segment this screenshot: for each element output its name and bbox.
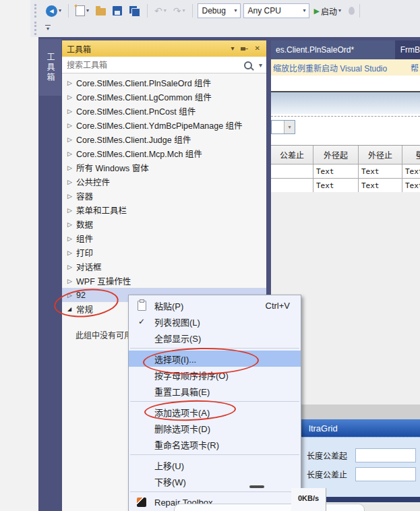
- start-debug-button[interactable]: ▶ 启动 ▾: [312, 4, 344, 18]
- toolbox-group[interactable]: ▷所有 Windows 窗体: [62, 160, 266, 175]
- chevron-down-icon[interactable]: ▾: [259, 62, 262, 69]
- field-row: 长度公差起: [307, 448, 416, 462]
- navigate-back-button[interactable]: ◀ ▾: [44, 4, 63, 18]
- start-label: 启动: [321, 5, 337, 17]
- expander-icon[interactable]: ▷: [67, 150, 76, 157]
- toolbox-group[interactable]: ▷Core.StlMes.Client.PlnSaleOrd 组件: [62, 76, 266, 90]
- length-tolerance-end-input[interactable]: [355, 467, 416, 481]
- menu-item-delete-tab[interactable]: 删除选项卡(D): [129, 420, 301, 436]
- panel-title: 工具箱: [62, 43, 231, 55]
- menu-item-move-down[interactable]: 下移(W): [129, 473, 301, 489]
- menu-item-paste[interactable]: 粘贴(P) Ctrl+V: [129, 297, 301, 313]
- toolbar-grip[interactable]: [34, 22, 39, 35]
- grid-row: Text Text Text: [271, 164, 420, 179]
- length-tolerance-start-input[interactable]: [355, 448, 416, 462]
- menu-shortcut: Ctrl+V: [266, 301, 301, 311]
- expander-icon[interactable]: ▷: [67, 136, 76, 143]
- expander-icon[interactable]: ▷: [67, 179, 76, 185]
- check-icon: ✓: [138, 317, 145, 326]
- grid-header-row: 公差止 外径起 外径止 壁厚: [271, 146, 420, 164]
- expander-icon[interactable]: ▷: [67, 193, 76, 200]
- toolbox-group[interactable]: ▷Core.StlMes.Client.Judge 组件: [62, 132, 266, 146]
- tab-label: es.Client.PlnSaleOrd*: [276, 45, 354, 55]
- toolbox-group[interactable]: ▷组件: [62, 231, 266, 245]
- paste-icon: [138, 301, 146, 311]
- window-position-icon[interactable]: ▾: [231, 45, 235, 52]
- expander-icon[interactable]: ▷: [67, 122, 76, 129]
- sidebar-tab-label: 工具箱: [44, 53, 56, 83]
- grid-header-cell: 外径起: [313, 146, 359, 164]
- undo-button[interactable]: ↶ ▾: [152, 5, 169, 17]
- menu-separator: [130, 454, 299, 455]
- toolbar-overflow-button[interactable]: ▾: [45, 25, 51, 32]
- expander-icon[interactable]: ▷: [67, 164, 76, 171]
- back-icon: ◀: [46, 5, 57, 17]
- length-tolerance-end-label: 长度公差止: [307, 469, 347, 480]
- tab-plnsaleord[interactable]: es.Client.PlnSaleOrd*: [271, 40, 395, 59]
- expander-icon[interactable]: ▷: [67, 264, 76, 270]
- undo-icon: ↶: [154, 6, 162, 16]
- open-file-button[interactable]: [94, 5, 108, 17]
- expander-icon[interactable]: ▷: [67, 221, 76, 228]
- search-input[interactable]: [62, 61, 244, 70]
- bottom-popup: [174, 504, 365, 511]
- combo-dropdown-button[interactable]: ▾: [284, 121, 295, 133]
- menu-item-list-view[interactable]: ✓ 列表视图(L): [129, 313, 301, 330]
- expander-icon[interactable]: ▷: [67, 235, 76, 242]
- chevron-down-icon[interactable]: ▾: [59, 8, 61, 13]
- redo-button[interactable]: ↷ ▾: [171, 5, 187, 17]
- toolbox-group[interactable]: ▷Core.StlMes.Client.PnCost 组件: [62, 104, 266, 118]
- configuration-value: Debug: [202, 6, 226, 16]
- save-all-button[interactable]: [127, 4, 142, 18]
- expander-icon[interactable]: ▷: [67, 278, 76, 284]
- search-icon[interactable]: [244, 61, 252, 69]
- disabled-tool-icon: [349, 7, 355, 15]
- sidebar-tab-toolbox[interactable]: 工具箱: [39, 39, 61, 96]
- vs-window: ◀ ▾ ▾ ↶ ▾ ↷ ▾: [0, 0, 420, 511]
- grid-cell: Text: [402, 179, 420, 193]
- toolbox-group[interactable]: ▷数据: [62, 217, 266, 231]
- expander-icon[interactable]: ▷: [67, 108, 76, 115]
- toolbox-group[interactable]: ▷打印: [62, 245, 266, 260]
- toolbox-group[interactable]: ▷公共控件: [62, 175, 266, 189]
- expander-icon[interactable]: ▷: [67, 80, 76, 86]
- expander-icon[interactable]: ▷: [67, 249, 76, 256]
- expander-icon[interactable]: ▷: [67, 94, 76, 100]
- pin-icon[interactable]: [241, 47, 248, 51]
- redo-icon: ↷: [173, 6, 181, 16]
- menu-item-rename-tab[interactable]: 重命名选项卡(R): [129, 436, 301, 452]
- close-icon[interactable]: ✕: [255, 45, 260, 52]
- menu-gutter: ✓: [129, 317, 154, 326]
- chevron-down-icon[interactable]: ▾: [338, 8, 341, 13]
- designer-combobox[interactable]: ▾: [271, 120, 295, 134]
- document-tabstrip: es.Client.PlnSaleOrd* FrmB: [271, 40, 420, 59]
- tab-frmb[interactable]: FrmB: [400, 40, 420, 59]
- grid-cell: Text: [313, 164, 359, 179]
- toolbar-separator: [147, 4, 148, 18]
- expander-icon[interactable]: ▷: [67, 207, 76, 214]
- menu-item-reset-toolbox[interactable]: 重置工具箱(E): [129, 383, 301, 399]
- solution-platform-combo[interactable]: Any CPU ▾: [243, 3, 309, 18]
- grid-cell: Text: [359, 164, 402, 179]
- save-button[interactable]: [111, 5, 124, 17]
- popup-dash-icon: [249, 485, 264, 488]
- infobar-help-link[interactable]: 帮: [411, 62, 419, 73]
- menu-item-move-up[interactable]: 上移(U): [129, 457, 301, 473]
- toolbox-group[interactable]: ▷Core.StlMes.Client.LgCommon 组件: [62, 90, 266, 104]
- toolbox-group[interactable]: ▷Core.StlMes.Client.Mcp.Mch 组件: [62, 146, 266, 160]
- field-row: 长度公差止: [307, 467, 416, 481]
- toolbox-group[interactable]: ▷容器: [62, 189, 266, 203]
- length-tolerance-start-label: 长度公差起: [307, 450, 347, 461]
- toolbox-group[interactable]: ▷WPF 互操作性: [62, 274, 266, 288]
- toolbox-group[interactable]: ▷Core.StlMes.Client.YdmBcPipeManage 组件: [62, 118, 266, 132]
- toolbar: ◀ ▾ ▾ ↶ ▾ ↷ ▾: [30, 0, 420, 37]
- toolbar-grip[interactable]: [34, 4, 39, 18]
- toolbox-group[interactable]: ▷对话框: [62, 260, 266, 274]
- toolbox-group[interactable]: ▷菜单和工具栏: [62, 203, 266, 217]
- play-icon: ▶: [314, 7, 320, 16]
- new-item-button[interactable]: ▾: [73, 4, 91, 18]
- solution-configuration-combo[interactable]: Debug ▾: [198, 3, 241, 18]
- chevron-down-icon[interactable]: ▾: [86, 8, 89, 13]
- menu-item-show-all[interactable]: 全部显示(S): [129, 330, 301, 346]
- toolbar-separator: [192, 4, 193, 18]
